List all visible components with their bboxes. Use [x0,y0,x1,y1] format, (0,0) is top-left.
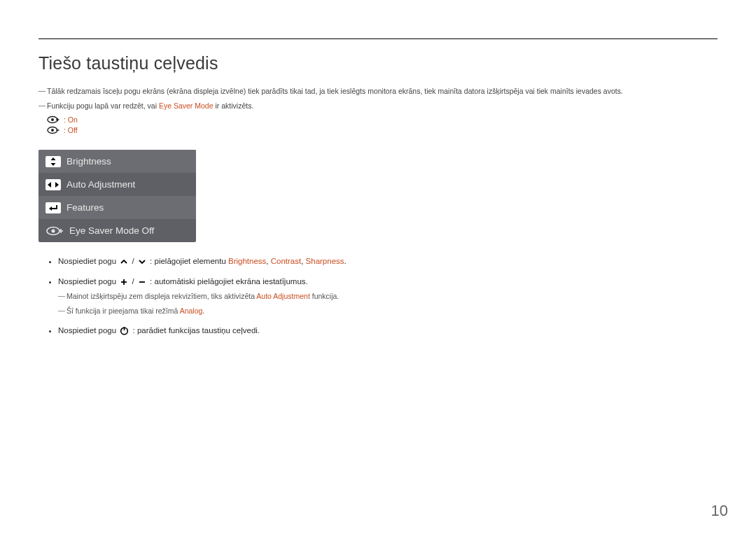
svg-marker-7 [51,157,56,160]
osd-row-auto-adjustment: Auto Adjustment [38,173,196,196]
page-title: Tiešo taustiņu ceļvedis [38,53,718,73]
b2-sub2-a: Šī funkcija ir pieejama tikai režīmā [66,307,180,315]
b1-dot: . [344,257,346,265]
bullet-3: Nospiediet pogu : parādiet funkcijas tau… [58,324,718,337]
svg-point-13 [52,229,55,232]
svg-point-1 [51,118,54,121]
minus-icon [138,278,146,286]
b1-sharpness: Sharpness [306,257,344,265]
osd-eye-saver-label: Eye Saver Mode Off [69,225,154,236]
content-area: Tiešo taustiņu ceļvedis Tālāk redzamais … [0,39,756,337]
note-line-1: Tālāk redzamais īsceļu pogu ekrāns (ekrā… [38,86,718,97]
b2-sub1-b: Auto Adjustment [256,292,309,300]
osd-auto-adjustment-label: Auto Adjustment [66,179,135,190]
osd-brightness-label: Brightness [66,156,111,167]
svg-marker-9 [48,182,51,188]
b2-text-a: Nospiediet pogu [58,277,118,286]
status-off-row: : Off [47,126,718,134]
osd-row-brightness: Brightness [38,150,196,173]
b3-text-b: : parādiet funkcijas taustiņu ceļvedi. [130,326,260,335]
eye-off-icon [47,126,59,134]
status-off-label: : Off [64,126,78,134]
bullet-2: Nospiediet pogu / : automātiski pielāgoj… [58,275,718,317]
b2-sub2-c: . [202,307,204,315]
osd-row-features: Features [38,196,196,219]
osd-menu: Brightness Auto Adjustment [38,150,196,242]
status-on-label: : On [64,115,78,124]
bullet-1: Nospiediet pogu / : pielāgojiet elementu… [58,255,718,267]
power-icon [120,326,129,335]
enter-arrow-icon [46,202,61,213]
b2-sub2: Šī funkcija ir pieejama tikai režīmā Ana… [58,305,718,317]
b2-sub1-a: Mainot izšķirtspēju zem displeja rekvizī… [66,292,256,300]
document-page: Tiešo taustiņu ceļvedis Tālāk redzamais … [0,0,756,337]
osd-features-label: Features [66,202,104,213]
b2-sub1-c: funkcija. [310,292,339,300]
b1-contrast: Contrast [271,257,301,265]
up-down-arrows-icon [46,156,61,167]
osd-row-eye-saver: Eye Saver Mode Off [38,219,196,242]
plus-icon [120,278,128,286]
b1-brightness: Brightness [228,257,266,265]
b1-text-a: Nospiediet pogu [58,257,118,265]
note2-eye-saver: Eye Saver Mode [159,101,214,110]
status-on-row: : On [47,115,718,124]
eye-on-icon [47,115,59,124]
note-line-2: Funkciju pogu lapā var redzēt, vai Eye S… [38,101,718,111]
svg-marker-10 [55,182,59,188]
b3-text-a: Nospiediet pogu [58,326,118,335]
left-right-arrows-icon [46,179,61,190]
b2-text-c: : automātiski pielāgojiet ekrāna iestatī… [148,277,308,286]
b2-sub2-b: Analog [180,307,203,315]
svg-marker-8 [51,163,56,166]
note2-text-c: ir aktivizēts. [214,101,254,110]
chevron-up-icon [120,258,128,265]
svg-marker-11 [49,206,52,211]
svg-point-5 [51,129,54,132]
b1-text-c: : pielāgojiet elementu [148,257,228,265]
b2-sep: / [130,277,136,286]
b2-sub1: Mainot izšķirtspēju zem displeja rekvizī… [58,290,718,302]
page-number: 10 [711,502,728,520]
chevron-down-icon [138,258,146,265]
instruction-list: Nospiediet pogu / : pielāgojiet elementu… [38,255,718,337]
b1-sep: / [130,257,136,265]
eye-saver-icon [46,225,64,237]
note2-text-a: Funkciju pogu lapā var redzēt, vai [47,101,159,110]
